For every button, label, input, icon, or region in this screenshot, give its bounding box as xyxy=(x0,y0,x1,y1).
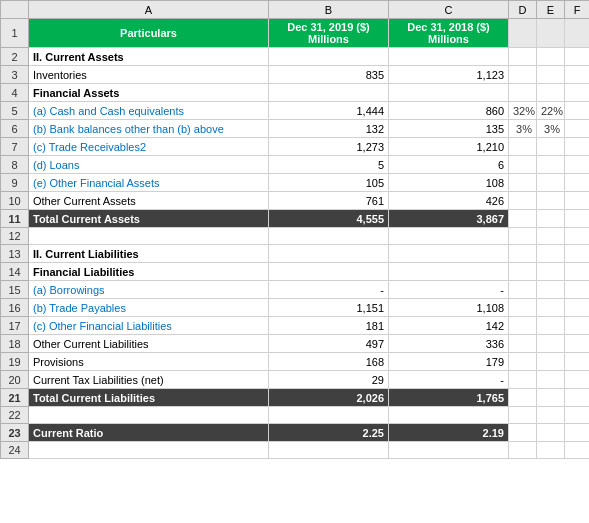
value-2018-cell[interactable]: 1,765 xyxy=(389,389,509,407)
col-f-data-cell xyxy=(565,156,590,174)
table-row: 24 xyxy=(1,442,590,459)
pct-d-cell xyxy=(509,138,537,156)
row-number: 9 xyxy=(1,174,29,192)
value-2019-cell[interactable] xyxy=(269,245,389,263)
value-2019-cell[interactable]: 761 xyxy=(269,192,389,210)
value-2019-cell[interactable] xyxy=(269,263,389,281)
particulars-cell[interactable]: (b) Trade Payables xyxy=(29,299,269,317)
column-header-row: A B C D E F xyxy=(1,1,590,19)
particulars-cell[interactable]: Current Tax Liabilities (net) xyxy=(29,371,269,389)
value-2018-cell[interactable]: 6 xyxy=(389,156,509,174)
col-a-header[interactable]: A xyxy=(29,1,269,19)
particulars-cell[interactable]: (a) Borrowings xyxy=(29,281,269,299)
value-2019-cell[interactable]: 5 xyxy=(269,156,389,174)
particulars-cell[interactable] xyxy=(29,407,269,424)
table-row: 1ParticularsDec 31, 2019 ($)MillionsDec … xyxy=(1,19,590,48)
table-row: 2II. Current Assets xyxy=(1,48,590,66)
value-2018-cell[interactable] xyxy=(389,245,509,263)
particulars-cell[interactable]: Inventories xyxy=(29,66,269,84)
value-2019-cell[interactable] xyxy=(269,407,389,424)
particulars-cell[interactable]: (d) Loans xyxy=(29,156,269,174)
value-2019-cell[interactable]: 835 xyxy=(269,66,389,84)
col-d-header[interactable]: D xyxy=(509,1,537,19)
particulars-cell[interactable]: (c) Other Financial Liabilities xyxy=(29,317,269,335)
value-2019-cell[interactable]: 2.25 xyxy=(269,424,389,442)
value-2018-cell[interactable]: 135 xyxy=(389,120,509,138)
particulars-cell[interactable]: II. Current Liabilities xyxy=(29,245,269,263)
particulars-cell[interactable]: II. Current Assets xyxy=(29,48,269,66)
pct-e-cell xyxy=(537,389,565,407)
particulars-cell[interactable]: Current Ratio xyxy=(29,424,269,442)
value-2018-cell[interactable]: 1,210 xyxy=(389,138,509,156)
particulars-cell[interactable]: Financial Liabilities xyxy=(29,263,269,281)
particulars-cell[interactable]: Other Current Assets xyxy=(29,192,269,210)
particulars-cell[interactable]: (e) Other Financial Assets xyxy=(29,174,269,192)
value-2019-cell[interactable]: 168 xyxy=(269,353,389,371)
value-2019-cell[interactable]: 1,151 xyxy=(269,299,389,317)
value-2018-cell[interactable]: 336 xyxy=(389,335,509,353)
value-2019-cell[interactable]: 1,444 xyxy=(269,102,389,120)
value-2019-cell[interactable]: 497 xyxy=(269,335,389,353)
particulars-cell[interactable]: Financial Assets xyxy=(29,84,269,102)
table-row: 21Total Current Liabilities2,0261,765 xyxy=(1,389,590,407)
col-f-data-cell xyxy=(565,228,590,245)
value-2018-cell[interactable]: 1,108 xyxy=(389,299,509,317)
value-2019-cell[interactable]: 132 xyxy=(269,120,389,138)
value-2019-cell[interactable]: 2,026 xyxy=(269,389,389,407)
particulars-cell[interactable]: (c) Trade Receivables2 xyxy=(29,138,269,156)
value-2018-cell[interactable]: 1,123 xyxy=(389,66,509,84)
value-2019-cell[interactable] xyxy=(269,84,389,102)
table-row: 10Other Current Assets761426 xyxy=(1,192,590,210)
value-2019-cell[interactable] xyxy=(269,48,389,66)
value-2018-cell[interactable]: 3,867 xyxy=(389,210,509,228)
table-row: 9(e) Other Financial Assets105108 xyxy=(1,174,590,192)
particulars-cell[interactable]: (b) Bank balances other than (b) above xyxy=(29,120,269,138)
pct-e-cell xyxy=(537,210,565,228)
row-number: 20 xyxy=(1,371,29,389)
pct-d-cell xyxy=(509,424,537,442)
value-2018-cell[interactable]: 426 xyxy=(389,192,509,210)
value-2019-cell[interactable]: 181 xyxy=(269,317,389,335)
particulars-cell[interactable]: Total Current Assets xyxy=(29,210,269,228)
value-2019-cell[interactable] xyxy=(269,442,389,459)
col-e-header[interactable]: E xyxy=(537,1,565,19)
col-b-header[interactable]: B xyxy=(269,1,389,19)
value-2019-cell[interactable]: 105 xyxy=(269,174,389,192)
value-2018-cell[interactable] xyxy=(389,263,509,281)
col-f-data-cell xyxy=(565,174,590,192)
table-row: 12 xyxy=(1,228,590,245)
value-2018-cell[interactable]: 2.19 xyxy=(389,424,509,442)
pct-d-cell xyxy=(509,317,537,335)
value-2019-cell[interactable]: - xyxy=(269,281,389,299)
value-2018-cell[interactable] xyxy=(389,48,509,66)
value-2019-cell[interactable] xyxy=(269,228,389,245)
pct-e-cell xyxy=(537,84,565,102)
pct-d-cell xyxy=(509,263,537,281)
value-2019-cell[interactable]: 4,555 xyxy=(269,210,389,228)
value-2018-cell[interactable]: 860 xyxy=(389,102,509,120)
particulars-cell[interactable] xyxy=(29,442,269,459)
value-2018-cell[interactable] xyxy=(389,407,509,424)
particulars-cell[interactable]: Other Current Liabilities xyxy=(29,335,269,353)
particulars-cell[interactable]: Total Current Liabilities xyxy=(29,389,269,407)
col-f-data-cell xyxy=(565,66,590,84)
particulars-cell[interactable]: Provisions xyxy=(29,353,269,371)
value-2018-cell[interactable]: 142 xyxy=(389,317,509,335)
value-2019-cell[interactable]: 1,273 xyxy=(269,138,389,156)
value-2018-cell[interactable] xyxy=(389,442,509,459)
value-2018-cell[interactable]: 108 xyxy=(389,174,509,192)
value-2018-cell[interactable] xyxy=(389,228,509,245)
particulars-cell[interactable]: (a) Cash and Cash equivalents xyxy=(29,102,269,120)
pct-e-cell: 3% xyxy=(537,120,565,138)
value-2018-cell[interactable] xyxy=(389,84,509,102)
col-f-data-cell xyxy=(565,389,590,407)
value-2019-cell[interactable]: 29 xyxy=(269,371,389,389)
particulars-cell[interactable] xyxy=(29,228,269,245)
col-f-header[interactable]: F xyxy=(565,1,590,19)
row-number: 14 xyxy=(1,263,29,281)
col-f-data-cell xyxy=(565,281,590,299)
value-2018-cell[interactable]: - xyxy=(389,371,509,389)
col-c-header[interactable]: C xyxy=(389,1,509,19)
value-2018-cell[interactable]: - xyxy=(389,281,509,299)
value-2018-cell[interactable]: 179 xyxy=(389,353,509,371)
